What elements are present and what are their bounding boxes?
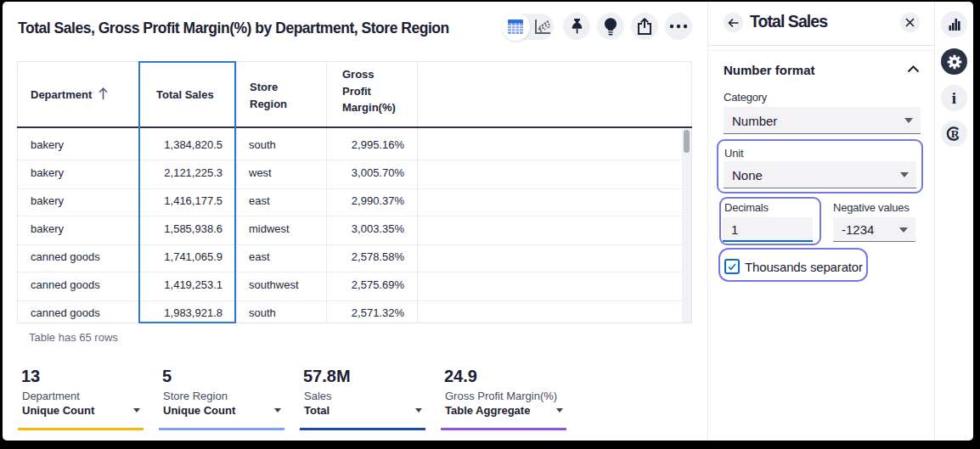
svg-text:R: R bbox=[951, 127, 960, 140]
